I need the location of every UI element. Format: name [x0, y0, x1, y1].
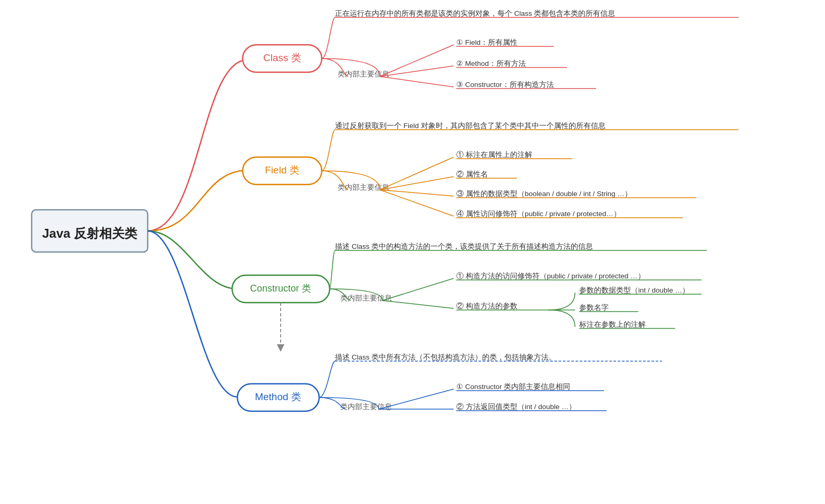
svg-text:② Method：所有方法: ② Method：所有方法	[456, 60, 526, 67]
svg-text:① 标注在属性上的注解: ① 标注在属性上的注解	[456, 151, 532, 159]
svg-text:描述 Class 类中所有方法（不包括构造方法）的类，包括抽: 描述 Class 类中所有方法（不包括构造方法）的类，包括抽象方法。	[335, 353, 556, 361]
svg-text:② 属性名: ② 属性名	[456, 170, 488, 178]
svg-text:标注在参数上的注解: 标注在参数上的注解	[579, 321, 646, 328]
svg-text:③ Constructor：所有构造方法: ③ Constructor：所有构造方法	[456, 81, 554, 89]
svg-text:正在运行在内存中的所有类都是该类的实例对象，每个 Class: 正在运行在内存中的所有类都是该类的实例对象，每个 Class 类都包含本类的所有…	[335, 9, 615, 17]
svg-text:参数的数据类型（int / double …）: 参数的数据类型（int / double …）	[579, 286, 689, 294]
svg-text:Field 类: Field 类	[265, 164, 299, 176]
svg-text:Java 反射相关类: Java 反射相关类	[42, 226, 138, 240]
svg-text:① Field：所有属性: ① Field：所有属性	[456, 38, 517, 46]
svg-text:④ 属性访问修饰符（public / private / p: ④ 属性访问修饰符（public / private / protected…）	[456, 210, 621, 218]
svg-text:① 构造方法的访问修饰符（public / private : ① 构造方法的访问修饰符（public / private / protecte…	[456, 272, 645, 280]
svg-text:② 方法返回值类型（int / double …）: ② 方法返回值类型（int / double …）	[456, 403, 576, 411]
svg-text:参数名字: 参数名字	[579, 304, 609, 312]
svg-text:Constructor 类: Constructor 类	[250, 283, 311, 294]
svg-text:Class 类: Class 类	[263, 52, 301, 63]
svg-text:Method 类: Method 类	[255, 391, 301, 402]
svg-text:② 构造方法的参数: ② 构造方法的参数	[456, 302, 517, 310]
svg-text:③ 属性的数据类型（boolean / double / i: ③ 属性的数据类型（boolean / double / int / Strin…	[456, 190, 632, 198]
svg-text:通过反射获取到一个 Field 对象时，其内部包含了某个类中: 通过反射获取到一个 Field 对象时，其内部包含了某个类中其中一个属性的所有信…	[335, 122, 606, 130]
svg-text:① Constructor 类内部主要信息相同: ① Constructor 类内部主要信息相同	[456, 383, 570, 391]
svg-text:描述 Class 类中的构造方法的一个类，该类提供了关于所有: 描述 Class 类中的构造方法的一个类，该类提供了关于所有描述构造方法的信息	[335, 243, 593, 250]
